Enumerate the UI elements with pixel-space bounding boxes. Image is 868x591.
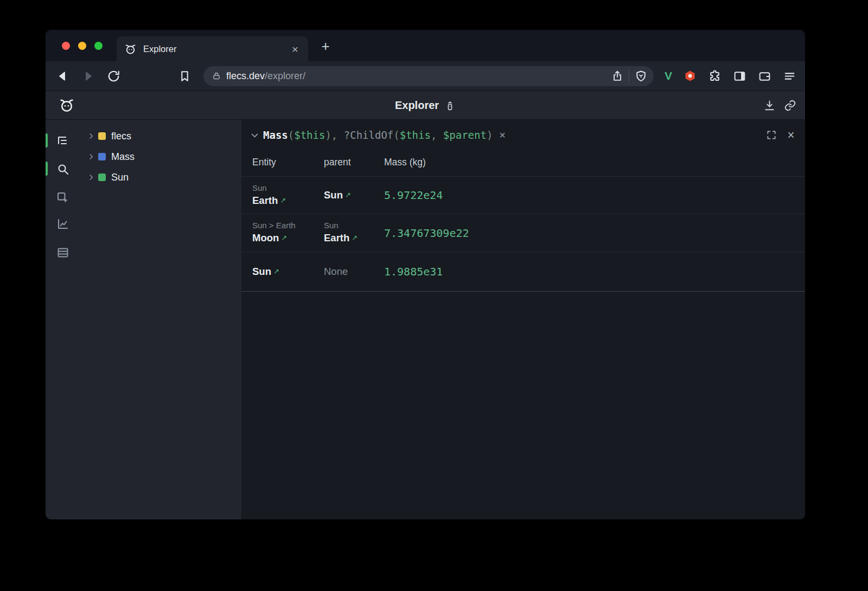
active-indicator-query [46, 162, 48, 176]
inspector-icon[interactable] [56, 191, 69, 204]
extensions-puzzle-icon[interactable] [708, 69, 722, 83]
mass-cell: 1.9885e31 [384, 252, 805, 291]
menu-hamburger-icon[interactable] [783, 69, 796, 83]
url-text: flecs.dev/explorer/ [226, 70, 305, 82]
query-token-paren: ( [393, 129, 399, 141]
tree-item-label: Sun [111, 172, 129, 183]
mass-value: 7.34767309e22 [384, 227, 805, 240]
parent-parent-path: Sun [324, 220, 384, 231]
vue-devtools-icon[interactable]: V [665, 69, 672, 82]
tab-title: Explorer [143, 44, 290, 54]
tree-item-flecs[interactable]: flecs [80, 126, 241, 146]
remote-connection-icon[interactable] [444, 100, 456, 111]
parent-cell: Sun Earth↗ [324, 214, 384, 252]
query-close-icon[interactable]: × [786, 130, 796, 140]
external-link-arrow-icon: ↗ [345, 191, 351, 199]
entity-link[interactable]: Sun↗ [252, 265, 324, 279]
entity-link[interactable]: Moon↗ [252, 231, 324, 246]
parent-link[interactable]: Sun↗ [324, 188, 384, 203]
explorer-body: flecs Mass Sun [46, 120, 805, 519]
browser-window: Explorer × + [46, 30, 805, 519]
mass-value: 1.9885e31 [384, 265, 805, 278]
query-panel: Mass($this), ?ChildOf($this, $parent) × … [241, 120, 805, 519]
entity-link[interactable]: Earth↗ [252, 194, 324, 208]
chevron-right-icon[interactable] [87, 153, 95, 160]
flecs-explorer-page: Explorer [46, 91, 805, 519]
query-token-variable: $this [400, 129, 431, 141]
parent-none-value: None [324, 266, 384, 278]
tree-item-mass[interactable]: Mass [80, 146, 241, 167]
query-token-optional: ?ChildOf [344, 129, 394, 141]
query-token-variable: $parent [443, 129, 487, 141]
new-tab-button[interactable]: + [317, 37, 334, 55]
entity-parent-path: Sun [252, 183, 324, 194]
query-search-icon[interactable] [56, 163, 69, 176]
tab-strip: Explorer × + [46, 30, 805, 61]
entity-cell: Sun > Earth Moon↗ [252, 214, 324, 252]
close-window-button[interactable] [62, 42, 70, 50]
chevron-right-icon[interactable] [87, 174, 95, 181]
column-header-entity: Entity [252, 157, 324, 168]
hexagon-extension-icon[interactable] [684, 69, 697, 82]
mass-value: 5.9722e24 [384, 189, 805, 202]
entity-parent-path: Sun > Earth [252, 220, 324, 231]
component-color-swatch [98, 153, 106, 160]
query-expression[interactable]: Mass($this), ?ChildOf($this, $parent) [263, 129, 493, 141]
tab-close-icon[interactable]: × [290, 43, 301, 55]
address-bar[interactable]: flecs.dev/explorer/ [203, 66, 654, 86]
zoom-window-button[interactable] [94, 42, 103, 50]
external-link-arrow-icon: ↗ [280, 196, 286, 204]
logs-rows-icon[interactable] [56, 246, 69, 259]
parent-cell: None [324, 252, 384, 291]
brave-shield-icon[interactable] [635, 70, 647, 82]
url-domain: flecs.dev [226, 70, 265, 81]
query-token-paren: ) [487, 129, 493, 141]
query-token-component: Mass [263, 129, 288, 141]
statistics-chart-icon[interactable] [56, 217, 69, 230]
column-header-parent: parent [324, 157, 384, 168]
fullscreen-expand-icon[interactable] [766, 130, 777, 140]
query-token-variable: $this [294, 129, 325, 141]
flecs-favicon-icon [124, 43, 137, 55]
chevron-right-icon[interactable] [87, 132, 95, 140]
chevron-down-icon[interactable] [250, 131, 259, 140]
page-title-group: Explorer [46, 99, 805, 112]
lock-icon [212, 72, 221, 80]
header-actions [763, 99, 796, 112]
minimize-window-button[interactable] [78, 42, 86, 50]
table-row: Sun > Earth Moon↗ Sun Earth↗ 7.34767309e… [241, 214, 805, 252]
entity-cell: Sun↗ [252, 252, 324, 291]
mass-cell: 7.34767309e22 [384, 214, 805, 252]
query-token-comma: , [431, 129, 443, 141]
url-path: /explorer/ [265, 70, 305, 81]
sidebar-toggle-icon[interactable] [733, 69, 746, 83]
extension-icons: V [665, 69, 796, 83]
browser-tab[interactable]: Explorer × [117, 36, 308, 61]
browser-toolbar: flecs.dev/explorer/ V [46, 61, 805, 91]
window-controls [62, 42, 103, 50]
mass-cell: 5.9722e24 [384, 177, 805, 214]
forward-button[interactable] [81, 69, 95, 83]
tree-item-label: flecs [111, 131, 131, 142]
icon-rail [46, 120, 80, 519]
column-header-mass: Mass (kg) [384, 157, 805, 168]
entity-tree-panel: flecs Mass Sun [80, 120, 241, 519]
bookmark-icon[interactable] [178, 69, 192, 83]
reload-button[interactable] [107, 69, 120, 83]
download-icon[interactable] [763, 99, 776, 112]
entity-cell: Sun Earth↗ [252, 177, 324, 214]
wallet-icon[interactable] [758, 69, 771, 83]
nav-button-group [56, 69, 120, 83]
module-color-swatch [98, 132, 106, 140]
query-clear-icon[interactable]: × [499, 130, 506, 140]
entity-tree-icon[interactable] [56, 134, 69, 147]
external-link-arrow-icon: ↗ [273, 267, 279, 275]
active-indicator-tree [46, 133, 48, 147]
back-button[interactable] [56, 69, 69, 83]
query-token-paren: ), [325, 129, 343, 141]
link-icon[interactable] [784, 99, 796, 112]
tree-item-sun[interactable]: Sun [80, 167, 241, 188]
parent-link[interactable]: Earth↗ [324, 231, 384, 246]
table-row: Sun Earth↗ Sun↗ 5.9722e24 [241, 176, 805, 214]
share-icon[interactable] [611, 70, 623, 82]
